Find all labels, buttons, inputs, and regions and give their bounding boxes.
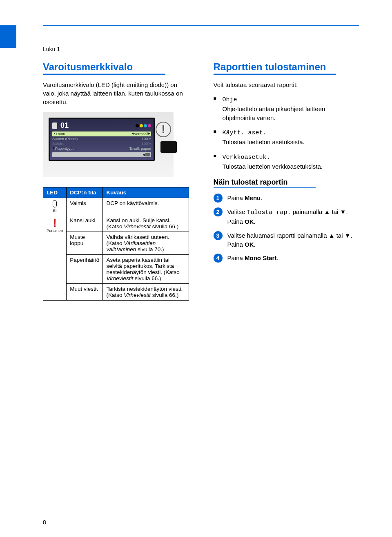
document-icon [52,123,57,129]
cell-state: Paperihäiriö [67,255,103,284]
right-column: Raporttien tulostaminen Voit tulostaa se… [214,61,360,301]
list-item: Verkkoasetuk. Tulostaa luettelon verkkoa… [214,152,360,171]
cell-state: Muste loppu [67,232,103,255]
list-item: Käytt. aset. Tulostaa luettelon asetuksi… [214,128,360,147]
page: Luku 1 Varoitusmerkkivalo Varoitusmerkki… [0,0,392,537]
report-list: Ohje Ohje-luettelo antaa pikaohjeet lait… [214,95,360,171]
wifi-icon [160,141,177,153]
report-desc: Tulostaa luettelon asetuksista. [223,138,305,145]
step-4: 4 Paina Mono Start. [214,254,360,263]
top-rule [43,25,359,26]
heading-underline [43,74,165,75]
subheading-underline [214,187,316,188]
step-2: 2 Valitse Tulosta rap. painamalla ▲ tai … [214,207,360,226]
cell-state: Kansi auki [67,215,103,232]
left-column: Varoitusmerkkivalo Varoitusmerkkivalo (L… [43,61,189,301]
cell-desc: Kansi on auki. Sulje kansi. (Katso Virhe… [103,215,189,232]
intro-text-reports: Voit tulostaa seuraavat raportit: [214,80,360,89]
step-1: 1 Paina Menu. [214,194,360,203]
report-desc: Tulostaa luettelon verkkoasetuksista. [223,163,323,170]
led-off-caption: Ei [47,208,63,213]
table-row: Ei Valmis DCP on käyttövalmis. [43,198,189,215]
step-badge: 4 [214,254,223,263]
list-item: Ohje Ohje-luettelo antaa pikaohjeet lait… [214,95,360,122]
chapter-label: Luku 1 [43,46,359,52]
ink-indicator [136,124,151,127]
th-desc: Kuvaus [103,187,189,198]
copy-count: 01 [60,121,69,130]
report-desc: Ohje-luettelo antaa pikaohjeet laitteen … [223,105,325,121]
cell-state: Valmis [67,198,103,215]
step-badge: 3 [214,231,223,240]
step-badge: 1 [214,194,223,203]
table-row: ! Punainen Kansi auki Kansi on auki. Sul… [43,215,189,232]
led-on-caption: Punainen [47,228,63,233]
cell-desc: Tarkista nestekidenäytön viesti. (Katso … [103,284,189,301]
heading-print-reports: Raporttien tulostaminen [214,61,360,73]
step-3: 3 Valitse haluamasi raportti painamalla … [214,231,360,249]
cell-desc: Vaihda värikasetti uuteen. (Katso Värika… [103,232,189,255]
cell-desc: DCP on käyttövalmis. [103,198,189,215]
heading-warning-led: Varoitusmerkkivalo [43,61,189,73]
report-name: Ohje [223,96,237,103]
warning-led-badge: ! [156,122,171,137]
chapter-tab [0,25,16,48]
led-status-table: LED DCP:n tila Kuvaus Ei Valmis DCP on k… [43,187,189,301]
lcd-menu-rows: ▲Laatu◀Normaali▶ Suuren./Pienen.100% Suh… [52,131,151,157]
report-name: Verkkoasetuk. [223,154,270,161]
heading-underline [214,74,336,75]
page-number: 8 [43,519,46,526]
led-on-icon: ! [53,217,57,228]
step-badge: 2 [214,207,223,216]
led-off-icon [53,200,57,207]
th-state: DCP:n tila [67,187,103,198]
lcd-screen: 01 ▲Laatu◀Normaali▶ Suuren./Pienen.100% … [49,118,155,161]
cell-desc: Aseta paperia kasettiin tai selvitä pape… [103,255,189,284]
cell-state: Muut viestit [67,284,103,301]
intro-text-warning-led: Varoitusmerkkivalo (LED (light emitting … [43,80,189,106]
th-led: LED [43,187,67,198]
report-name: Käytt. aset. [223,129,267,136]
subheading-how-to-print: Näin tulostat raportin [214,178,360,187]
device-illustration: 01 ▲Laatu◀Normaali▶ Suuren./Pienen.100% … [43,112,174,177]
two-column-layout: Varoitusmerkkivalo Varoitusmerkkivalo (L… [43,61,359,301]
